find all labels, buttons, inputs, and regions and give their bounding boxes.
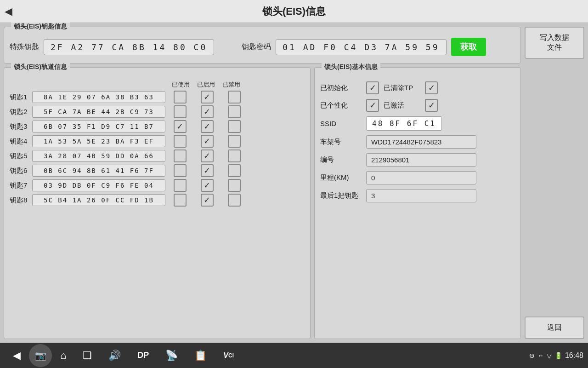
mileage-label: 里程(KM) bbox=[320, 173, 362, 182]
used-checkbox-cell-6 bbox=[167, 164, 192, 177]
disabled-checkbox-8[interactable] bbox=[228, 194, 241, 207]
enabled-checkbox-5[interactable] bbox=[201, 150, 214, 162]
disabled-checkbox-5[interactable] bbox=[228, 150, 241, 162]
disabled-checkbox-3[interactable] bbox=[228, 120, 241, 133]
last-key-row: 最后1把钥匙 3 bbox=[320, 189, 515, 202]
left-area: 锁头(EIS)钥匙信息 特殊钥匙 2F A2 77 CA 8B 14 80 C0… bbox=[4, 27, 521, 339]
number-value: 2129056801 bbox=[366, 153, 476, 167]
key-row-3: 钥匙3 6B 07 35 F1 D9 C7 11 B7 bbox=[10, 120, 305, 133]
key-row-5: 钥匙5 3A 28 07 4B 59 DD 0A 66 bbox=[10, 150, 305, 162]
back-button[interactable]: ◀ bbox=[5, 6, 12, 17]
taskbar-dp-button[interactable]: DP bbox=[129, 351, 157, 360]
enabled-checkbox-7[interactable] bbox=[201, 179, 214, 192]
taskbar-wifi-button[interactable]: 📡 bbox=[157, 350, 186, 362]
write-data-button[interactable]: 写入数据 文件 bbox=[525, 27, 584, 59]
key-row-2: 钥匙2 5F CA 7A BE 44 2B C9 73 bbox=[10, 105, 305, 118]
used-checkbox-3[interactable] bbox=[174, 120, 187, 133]
password-row: 钥匙密码 01 AD F0 C4 D3 7A 59 59 获取 bbox=[242, 38, 486, 56]
used-checkbox-5[interactable] bbox=[174, 150, 187, 162]
cleared-tp-checkbox[interactable] bbox=[425, 81, 438, 94]
disabled-checkbox-4[interactable] bbox=[228, 135, 241, 148]
col-disabled-header: 已禁用 bbox=[219, 80, 244, 89]
key-row-7: 钥匙7 03 9D DB 0F C9 F6 FE 04 bbox=[10, 179, 305, 192]
used-checkbox-1[interactable] bbox=[174, 91, 187, 104]
activated-label: 已激活 bbox=[384, 101, 420, 110]
vin-row: 车架号 WDD1724482F075823 bbox=[320, 135, 515, 149]
ssid-label: SSID bbox=[320, 120, 362, 127]
activated-checkbox[interactable] bbox=[425, 99, 438, 112]
initialized-label: 已初始化 bbox=[320, 84, 362, 92]
home-icon: ⌂ bbox=[60, 350, 66, 362]
enabled-checkbox-cell-6 bbox=[194, 164, 220, 177]
key-label-8: 钥匙8 bbox=[10, 196, 30, 205]
enabled-checkbox-cell-4 bbox=[194, 135, 220, 148]
taskbar-back-button[interactable]: ◀ bbox=[5, 350, 29, 362]
ssid-row: SSID 48 8F 6F C1 bbox=[320, 116, 515, 131]
used-checkbox-cell-1 bbox=[167, 91, 192, 104]
personalized-checkbox[interactable] bbox=[366, 99, 379, 112]
get-button[interactable]: 获取 bbox=[451, 38, 486, 56]
disabled-checkbox-cell-1 bbox=[221, 91, 247, 104]
enabled-checkbox-cell-5 bbox=[194, 150, 220, 162]
special-key-value: 2F A2 77 CA 8B 14 80 C0 bbox=[44, 39, 214, 55]
key-label-6: 钥匙6 bbox=[10, 167, 30, 175]
cleared-tp-label: 已清除TP bbox=[384, 84, 420, 92]
taskbar-doc-button[interactable]: 📋 bbox=[186, 350, 215, 362]
enabled-checkbox-6[interactable] bbox=[201, 164, 214, 177]
enabled-checkbox-cell-7 bbox=[194, 179, 220, 192]
mileage-row: 里程(KM) 0 bbox=[320, 171, 515, 184]
key-row-1: 钥匙1 8A 1E 29 07 6A 38 B3 63 bbox=[10, 91, 305, 104]
disabled-checkbox-cell-7 bbox=[221, 179, 247, 192]
taskbar-camera-button[interactable]: 📷 bbox=[29, 344, 52, 367]
back-sidebar-button[interactable]: 返回 bbox=[525, 316, 584, 339]
disabled-checkbox-cell-6 bbox=[221, 164, 247, 177]
special-key-row: 特殊钥匙 2F A2 77 CA 8B 14 80 C0 bbox=[10, 39, 214, 55]
used-checkbox-7[interactable] bbox=[174, 179, 187, 192]
key-data-3: 6B 07 35 F1 D9 C7 11 B7 bbox=[32, 121, 165, 132]
taskbar-volume-button[interactable]: 🔊 bbox=[100, 350, 129, 362]
disabled-checkbox-cell-4 bbox=[221, 135, 247, 148]
enabled-checkbox-1[interactable] bbox=[201, 91, 214, 104]
wifi-status-icon: ▽ bbox=[547, 352, 552, 359]
taskbar-right: ⊖ ↔ ▽ 🔋 16:48 bbox=[529, 351, 583, 360]
right-sidebar: 写入数据 文件 返回 bbox=[525, 27, 584, 339]
enabled-checkbox-cell-8 bbox=[194, 194, 220, 207]
used-checkbox-6[interactable] bbox=[174, 164, 187, 177]
disabled-checkbox-6[interactable] bbox=[228, 164, 241, 177]
enabled-checkbox-4[interactable] bbox=[201, 135, 214, 148]
battery-icon: 🔋 bbox=[554, 352, 562, 359]
header: ◀ 锁头(EIS)信息 bbox=[0, 0, 588, 23]
enabled-checkbox-3[interactable] bbox=[201, 120, 214, 133]
used-checkbox-2[interactable] bbox=[174, 105, 187, 118]
key-row-8: 钥匙8 5C B4 1A 26 0F CC FD 1B bbox=[10, 194, 305, 207]
disabled-checkbox-cell-8 bbox=[221, 194, 247, 207]
volume-icon: 🔊 bbox=[108, 350, 121, 362]
taskbar-vci-button[interactable]: VCI bbox=[215, 351, 242, 360]
key-label-5: 钥匙5 bbox=[10, 152, 30, 161]
track-panel: 锁头(EIS)轨道信息 已使用 已启用 已禁用 钥匙1 8A 1E 29 07 … bbox=[4, 67, 311, 339]
last-key-label: 最后1把钥匙 bbox=[320, 191, 362, 200]
enabled-checkbox-cell-2 bbox=[194, 105, 220, 118]
disabled-checkbox-7[interactable] bbox=[228, 179, 241, 192]
taskbar: ◀ 📷 ⌂ ❑ 🔊 DP 📡 📋 VCI ⊖ ↔ ▽ 🔋 16:48 bbox=[0, 343, 588, 368]
key-rows-container: 钥匙1 8A 1E 29 07 6A 38 B3 63 钥匙2 5F CA 7A… bbox=[10, 91, 305, 207]
number-row: 编号 2129056801 bbox=[320, 153, 515, 167]
taskbar-copy-button[interactable]: ❑ bbox=[74, 350, 100, 362]
copy-icon: ❑ bbox=[83, 350, 92, 362]
used-checkbox-8[interactable] bbox=[174, 194, 187, 207]
enabled-checkbox-2[interactable] bbox=[201, 105, 214, 118]
key-label-7: 钥匙7 bbox=[10, 181, 30, 190]
enabled-checkbox-8[interactable] bbox=[201, 194, 214, 207]
disabled-checkbox-2[interactable] bbox=[228, 105, 241, 118]
doc-icon: 📋 bbox=[194, 350, 207, 362]
disabled-checkbox-cell-3 bbox=[221, 120, 247, 133]
basic-info-grid: 已初始化 已清除TP 已个性化 已激活 SSID bbox=[320, 81, 515, 202]
key-data-4: 1A 53 5A 5E 23 BA F3 EF bbox=[32, 135, 165, 147]
used-checkbox-4[interactable] bbox=[174, 135, 187, 148]
used-checkbox-cell-7 bbox=[167, 179, 192, 192]
taskbar-home-button[interactable]: ⌂ bbox=[52, 350, 74, 362]
main-content: 锁头(EIS)钥匙信息 特殊钥匙 2F A2 77 CA 8B 14 80 C0… bbox=[0, 23, 588, 343]
disabled-checkbox-1[interactable] bbox=[228, 91, 241, 104]
initialized-checkbox[interactable] bbox=[366, 81, 379, 94]
key-label-1: 钥匙1 bbox=[10, 93, 30, 102]
